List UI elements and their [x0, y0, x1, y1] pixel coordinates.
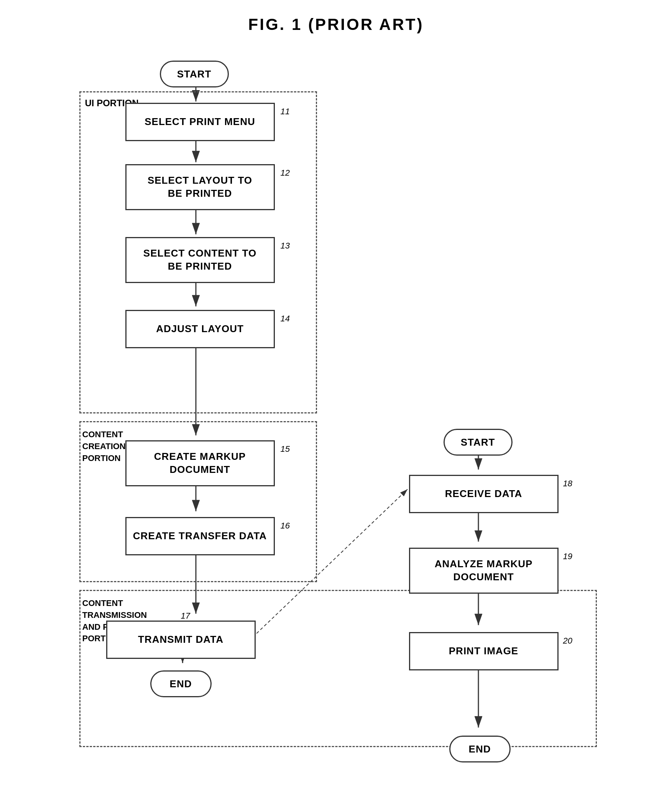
start-main-label: START	[177, 68, 212, 80]
box-19: ANALYZE MARKUP DOCUMENT	[409, 548, 559, 594]
ref-12: 12	[281, 168, 290, 178]
start-main-oval: START	[160, 61, 229, 87]
ref-11: 11	[281, 107, 290, 117]
box-14: ADJUST LAYOUT	[125, 310, 275, 348]
box-11-label: SELECT PRINT MENU	[145, 115, 255, 128]
box-20-label: PRINT IMAGE	[449, 645, 518, 658]
box-17-label: TRANSMIT DATA	[138, 633, 223, 646]
end-right-oval: END	[449, 736, 511, 762]
box-16-label: CREATE TRANSFER DATA	[133, 530, 267, 543]
ref-19: 19	[563, 552, 572, 561]
box-20: PRINT IMAGE	[409, 632, 559, 670]
start-right-oval: START	[444, 429, 513, 456]
end-left-oval: END	[150, 670, 212, 697]
page-title: FIG. 1 (PRIOR ART)	[248, 15, 424, 34]
box-14-label: ADJUST LAYOUT	[156, 323, 244, 336]
diagram-container: UI PORTION CONTENTCREATIONPORTION CONTEN…	[68, 53, 605, 762]
content-creation-label: CONTENTCREATIONPORTION	[82, 429, 126, 464]
ref-15: 15	[281, 444, 290, 454]
box-15: CREATE MARKUP DOCUMENT	[125, 440, 275, 486]
ref-14: 14	[281, 314, 290, 324]
box-13: SELECT CONTENT TO BE PRINTED	[125, 237, 275, 283]
box-12-label: SELECT LAYOUT TO BE PRINTED	[148, 174, 252, 200]
ref-20: 20	[563, 636, 572, 646]
ref-16: 16	[281, 521, 290, 531]
end-left-label: END	[170, 678, 192, 690]
ref-17: 17	[181, 611, 190, 621]
box-13-label: SELECT CONTENT TO BE PRINTED	[143, 247, 256, 273]
box-12: SELECT LAYOUT TO BE PRINTED	[125, 164, 275, 210]
box-18: RECEIVE DATA	[409, 475, 559, 513]
box-18-label: RECEIVE DATA	[445, 487, 522, 501]
box-19-label: ANALYZE MARKUP DOCUMENT	[435, 558, 533, 584]
ref-18: 18	[563, 479, 572, 489]
ref-13: 13	[281, 241, 290, 251]
box-17: TRANSMIT DATA	[106, 621, 256, 659]
box-15-label: CREATE MARKUP DOCUMENT	[154, 450, 246, 476]
box-16: CREATE TRANSFER DATA	[125, 517, 275, 555]
box-11: SELECT PRINT MENU	[125, 103, 275, 141]
end-right-label: END	[469, 743, 491, 755]
start-right-label: START	[461, 436, 495, 448]
